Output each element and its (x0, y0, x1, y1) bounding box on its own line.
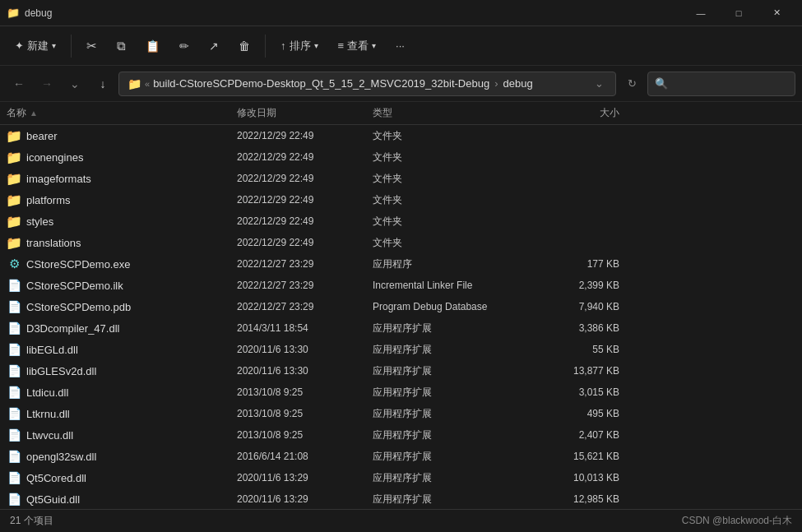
file-name: CStoreSCPDemo.pdb (26, 301, 131, 313)
file-icon: 📄 (7, 385, 21, 400)
file-date: 2022/12/29 22:49 (237, 215, 373, 227)
refresh-button[interactable]: ↻ (619, 72, 644, 96)
file-name: bearer (26, 130, 58, 142)
table-row[interactable]: 📁 translations 2022/12/29 22:49 文件夹 (0, 232, 802, 253)
file-name: Ltwvcu.dll (26, 429, 73, 442)
paste-button[interactable]: 📋 (137, 31, 168, 61)
toolbar-separator-2 (265, 35, 266, 58)
file-icon: 📄 (7, 321, 21, 335)
file-list: 📁 bearer 2022/12/29 22:49 文件夹 📁 iconengi… (0, 125, 802, 532)
table-row[interactable]: 📁 bearer 2022/12/29 22:49 文件夹 (0, 125, 802, 146)
delete-button[interactable]: 🗑 (230, 31, 258, 61)
file-name-cell: 📄 libGLESv2d.dll (7, 363, 237, 378)
title-bar-left: 📁 debug (7, 7, 52, 20)
search-icon: 🔍 (655, 77, 668, 90)
file-name-cell: 📁 translations (7, 235, 237, 250)
file-icon: 📁 (7, 192, 21, 207)
file-type: 应用程序扩展 (373, 386, 537, 400)
file-type: 应用程序扩展 (373, 364, 537, 378)
back-button[interactable]: ← (7, 72, 31, 96)
file-name: CStoreSCPDemo.exe (26, 258, 130, 271)
file-icon: 📄 (7, 428, 21, 442)
table-row[interactable]: 📄 Ltwvcu.dll 2013/10/8 9:25 应用程序扩展 2,407… (0, 424, 802, 446)
table-row[interactable]: 📄 Ltkrnu.dll 2013/10/8 9:25 应用程序扩展 495 K… (0, 403, 802, 424)
rename-icon: ✏ (179, 39, 189, 53)
file-name-cell: 📄 opengl32sw.dll (7, 449, 237, 464)
copy-button[interactable]: ⧉ (109, 31, 134, 61)
file-name: imageformats (26, 173, 91, 185)
table-row[interactable]: 📄 Qt5Guid.dll 2020/11/6 13:29 应用程序扩展 12,… (0, 488, 802, 510)
toolbar: ✦ 新建 ▾ ✂ ⧉ 📋 ✏ ↗ 🗑 ↑ 排序 ▾ ≡ 查看 ▾ ··· (0, 26, 802, 66)
file-size: 12,985 KB (537, 493, 619, 505)
minimize-button[interactable]: — (682, 0, 720, 26)
maximize-button[interactable]: □ (720, 0, 758, 26)
file-date: 2022/12/29 22:49 (237, 151, 373, 163)
table-row[interactable]: 📁 imageformats 2022/12/29 22:49 文件夹 (0, 168, 802, 189)
file-name: platforms (26, 194, 70, 206)
table-row[interactable]: 📄 CStoreSCPDemo.pdb 2022/12/27 23:29 Pro… (0, 296, 802, 317)
column-headers: 名称 ▲ 修改日期 类型 大小 (0, 102, 802, 125)
file-type: 应用程序扩展 (373, 493, 537, 507)
watermark: CSDN @blackwood-白木 (682, 514, 792, 528)
table-row[interactable]: 📄 opengl32sw.dll 2016/6/14 21:08 应用程序扩展 … (0, 446, 802, 467)
view-button[interactable]: ≡ 查看 ▾ (330, 31, 385, 61)
col-sort-icon: ▲ (30, 109, 38, 118)
table-row[interactable]: 📁 platforms 2022/12/29 22:49 文件夹 (0, 189, 802, 210)
more-button[interactable]: ··· (387, 31, 413, 61)
table-row[interactable]: 📄 CStoreSCPDemo.ilk 2022/12/27 23:29 Inc… (0, 275, 802, 296)
file-type: 文件夹 (373, 193, 537, 207)
new-dropdown-icon: ▾ (52, 41, 56, 50)
cut-button[interactable]: ✂ (78, 31, 105, 61)
file-size: 2,407 KB (537, 429, 619, 441)
table-row[interactable]: 📄 D3Dcompiler_47.dll 2014/3/11 18:54 应用程… (0, 317, 802, 339)
file-name-cell: 📁 platforms (7, 192, 237, 207)
table-row[interactable]: 📄 Qt5Cored.dll 2020/11/6 13:29 应用程序扩展 10… (0, 467, 802, 488)
new-button[interactable]: ✦ 新建 ▾ (7, 31, 64, 61)
file-icon: 📄 (7, 299, 21, 314)
close-button[interactable]: ✕ (758, 0, 795, 26)
path-current: debug (503, 77, 532, 90)
table-row[interactable]: ⚙ CStoreSCPDemo.exe 2022/12/27 23:29 应用程… (0, 253, 802, 275)
file-name-cell: 📁 bearer (7, 128, 237, 143)
sort-button[interactable]: ↑ 排序 ▾ (272, 31, 327, 61)
file-name-cell: 📄 Ltdicu.dll (7, 385, 237, 400)
file-size: 177 KB (537, 258, 619, 270)
col-header-name[interactable]: 名称 ▲ (7, 106, 237, 120)
file-size: 15,621 KB (537, 451, 619, 462)
col-header-date[interactable]: 修改日期 (237, 106, 373, 120)
file-date: 2020/11/6 13:29 (237, 472, 373, 483)
view-icon: ≡ (338, 39, 345, 52)
col-header-type[interactable]: 类型 (373, 106, 537, 120)
file-icon: 📄 (7, 406, 21, 421)
table-row[interactable]: 📄 libGLESv2d.dll 2020/11/6 13:30 应用程序扩展 … (0, 360, 802, 382)
forward-button[interactable]: → (35, 72, 59, 96)
table-row[interactable]: 📄 libEGLd.dll 2020/11/6 13:30 应用程序扩展 55 … (0, 339, 802, 360)
file-date: 2022/12/29 22:49 (237, 173, 373, 184)
up-button[interactable]: ⌄ (63, 72, 87, 96)
file-name-cell: ⚙ CStoreSCPDemo.exe (7, 257, 237, 271)
file-name: opengl32sw.dll (26, 451, 96, 463)
file-icon: 📁 (7, 214, 21, 229)
file-size: 55 KB (537, 344, 619, 355)
address-path[interactable]: 📁 « build-CStoreSCPDemo-Desktop_Qt_5_15_… (118, 72, 616, 96)
table-row[interactable]: 📁 iconengines 2022/12/29 22:49 文件夹 (0, 146, 802, 168)
rename-button[interactable]: ✏ (171, 31, 197, 61)
file-type: 文件夹 (373, 150, 537, 164)
file-name-cell: 📄 Qt5Cored.dll (7, 470, 237, 485)
table-row[interactable]: 📁 styles 2022/12/29 22:49 文件夹 (0, 210, 802, 232)
down-button[interactable]: ↓ (90, 72, 115, 96)
file-name: libEGLd.dll (26, 344, 78, 356)
window-title: debug (25, 7, 52, 19)
table-row[interactable]: 📄 Ltdicu.dll 2013/10/8 9:25 应用程序扩展 3,015… (0, 382, 802, 403)
file-type: 应用程序扩展 (373, 322, 537, 335)
file-type: 应用程序扩展 (373, 343, 537, 357)
file-date: 2022/12/27 23:29 (237, 258, 373, 270)
file-name-cell: 📄 Qt5Guid.dll (7, 492, 237, 507)
file-icon: 📄 (7, 492, 21, 507)
share-button[interactable]: ↗ (201, 31, 227, 61)
path-dropdown-icon[interactable]: ⌄ (591, 76, 607, 92)
search-box[interactable]: 🔍 (647, 72, 795, 96)
file-type: Program Debug Database (373, 301, 537, 312)
col-header-size[interactable]: 大小 (537, 106, 619, 120)
address-bar: ← → ⌄ ↓ 📁 « build-CStoreSCPDemo-Desktop_… (0, 66, 802, 102)
